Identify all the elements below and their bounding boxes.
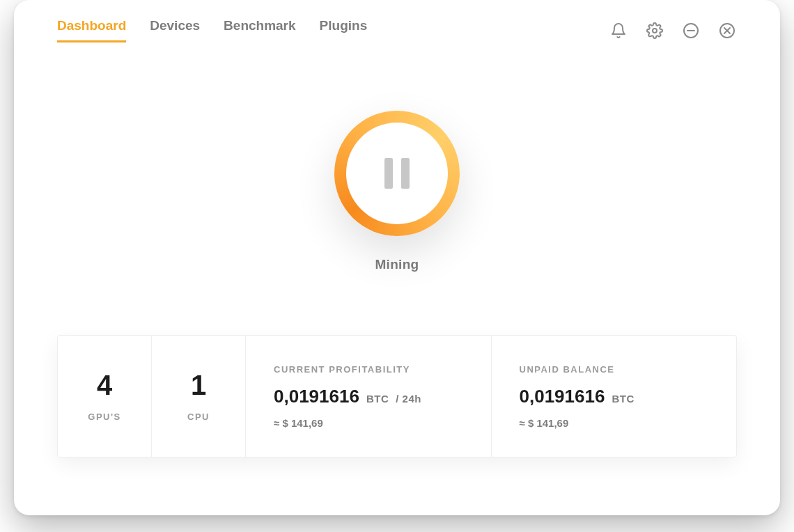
bell-icon[interactable] xyxy=(609,21,628,40)
gpu-label: GPU'S xyxy=(88,412,120,422)
tab-dashboard[interactable]: Dashboard xyxy=(57,18,126,42)
balance-fiat: ≈ $ 141,69 xyxy=(520,417,709,429)
mining-button-inner xyxy=(346,123,448,224)
app-window: Dashboard Devices Benchmark Plugins xyxy=(14,0,780,515)
profitability-card: CURRENT PROFITABILITY 0,0191616 BTC / 24… xyxy=(246,336,492,457)
top-bar: Dashboard Devices Benchmark Plugins xyxy=(14,0,780,42)
balance-btc-line: 0,0191616 BTC xyxy=(520,386,709,407)
profitability-period: / 24h xyxy=(396,393,421,405)
cpu-count: 1 xyxy=(191,371,206,399)
pause-icon xyxy=(384,158,410,189)
tab-devices[interactable]: Devices xyxy=(150,18,200,42)
gpu-count: 4 xyxy=(97,371,112,399)
tab-plugins[interactable]: Plugins xyxy=(320,18,368,42)
close-icon[interactable] xyxy=(717,21,737,40)
balance-heading: UNPAID BALANCE xyxy=(520,364,709,375)
profitability-heading: CURRENT PROFITABILITY xyxy=(274,364,463,375)
gear-icon[interactable] xyxy=(645,21,664,40)
profitability-btc-unit: BTC xyxy=(366,393,389,405)
mining-control: Mining xyxy=(14,111,780,272)
cpu-card: 1 CPU xyxy=(152,336,246,457)
tab-benchmark[interactable]: Benchmark xyxy=(224,18,296,42)
profitability-fiat: ≈ $ 141,69 xyxy=(274,417,463,429)
top-icons xyxy=(609,21,737,40)
nav-tabs: Dashboard Devices Benchmark Plugins xyxy=(57,18,367,42)
svg-point-0 xyxy=(653,29,657,33)
cpu-label: CPU xyxy=(187,412,210,422)
profitability-btc-line: 0,0191616 BTC / 24h xyxy=(274,386,463,407)
mining-status-label: Mining xyxy=(375,257,419,272)
minimize-icon[interactable] xyxy=(681,21,701,40)
balance-card: UNPAID BALANCE 0,0191616 BTC ≈ $ 141,69 xyxy=(492,336,737,457)
stats-cards: 4 GPU'S 1 CPU CURRENT PROFITABILITY 0,01… xyxy=(57,335,737,457)
profitability-btc-value: 0,0191616 xyxy=(274,386,359,407)
balance-btc-value: 0,0191616 xyxy=(520,386,605,407)
mining-toggle-button[interactable] xyxy=(334,111,460,236)
balance-btc-unit: BTC xyxy=(612,393,634,405)
gpu-card: 4 GPU'S xyxy=(58,336,152,457)
